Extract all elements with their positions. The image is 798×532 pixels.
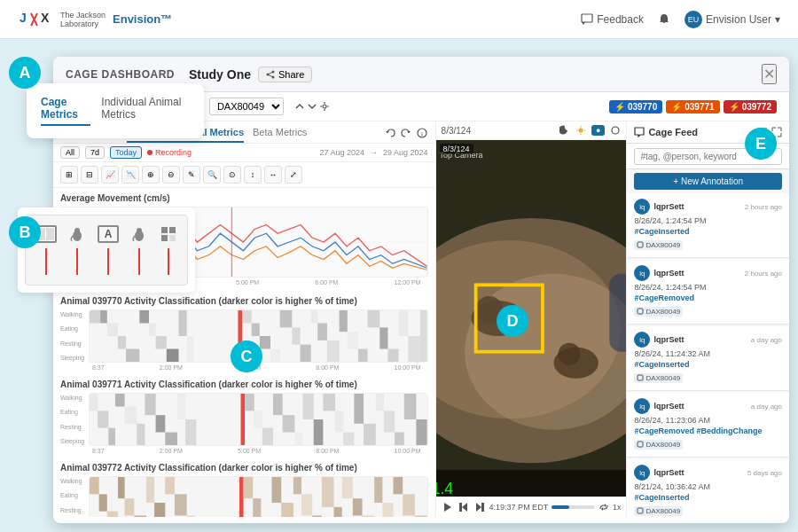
svg-rect-45 (348, 332, 358, 348)
svg-rect-131 (459, 503, 462, 512)
share-button[interactable]: Share (258, 66, 312, 82)
svg-rect-72 (303, 394, 314, 419)
svg-rect-90 (134, 516, 146, 518)
video-progress-bar[interactable] (552, 505, 595, 509)
activity-y-labels-1: Walking Eating Resting Sleeping (60, 309, 85, 363)
feedback-button[interactable]: Feedback (581, 13, 644, 26)
toolbar-btn-3[interactable]: 📈 (101, 166, 119, 184)
svg-rect-110 (374, 477, 382, 503)
video-toolbar: 8/3/124 ● (436, 121, 627, 140)
svg-rect-59 (137, 424, 145, 445)
svg-rect-50 (399, 310, 409, 336)
svg-point-6 (137, 228, 142, 233)
activity-chart-3 (89, 476, 428, 517)
toolbar-btn-7[interactable]: ✎ (183, 166, 200, 184)
cage-select[interactable]: DAX80049 (209, 98, 284, 115)
chevron-down-icon[interactable] (307, 101, 317, 112)
toolbar-btn-9[interactable]: ⊙ (223, 166, 241, 184)
video-date: 8/3/124 (442, 126, 471, 136)
avatar: lq (634, 265, 650, 281)
date-all-btn[interactable]: All (60, 146, 80, 159)
mtab-beta[interactable]: Beta Metrics (253, 127, 307, 143)
toolbar-btn-1[interactable]: ⊞ (60, 166, 78, 184)
nav-right-area: Feedback EU Envision User ▾ (581, 11, 780, 28)
toolbar-btn-11[interactable]: ↔ (264, 166, 282, 184)
feed-item: lq lqprSett a day ago 8/26/24, 11:24:32 … (627, 326, 789, 391)
moon-icon[interactable] (559, 125, 570, 136)
cage-diagram-inner: A (25, 215, 188, 286)
feed-item: lq lqprSett 2 hours ago 8/26/24, 1:24:54… (627, 193, 789, 258)
user-menu-button[interactable]: EU Envision User ▾ (685, 11, 780, 28)
svg-rect-55 (98, 411, 108, 427)
new-annotation-button[interactable]: + New Annotation (634, 173, 782, 190)
toolbar-btn-5[interactable]: ⊕ (142, 166, 160, 184)
loop-icon[interactable] (598, 502, 609, 512)
svg-rect-137 (638, 442, 643, 447)
svg-rect-98 (253, 498, 261, 517)
red-line-indicator-5 (168, 248, 169, 275)
svg-marker-129 (444, 503, 451, 512)
tab-individual-animal-metrics[interactable]: Individual Animal Metrics (101, 96, 190, 126)
activity-y-labels-2: Walking Eating Resting Sleeping (60, 393, 85, 446)
tabs-card: Cage Metrics Individual Animal Metrics (27, 83, 204, 138)
svg-rect-97 (244, 477, 254, 498)
svg-rect-7 (161, 227, 168, 233)
svg-rect-81 (395, 433, 404, 446)
svg-rect-75 (335, 411, 343, 432)
forward-button[interactable] (473, 501, 486, 513)
circle-icon[interactable] (610, 125, 621, 136)
recording-on-badge: ● (591, 125, 605, 136)
avg-movement-title: Average Movement (cm/s) (60, 193, 428, 203)
toolbar-btn-4[interactable]: 📉 (121, 166, 139, 184)
toolbar-btn-12[interactable]: ⤢ (285, 166, 302, 184)
cage-badge: DAX80049 (634, 240, 683, 250)
red-line-indicator-4 (138, 248, 140, 275)
play-button[interactable] (442, 501, 454, 513)
svg-rect-67 (254, 411, 262, 427)
avatar: lq (634, 465, 650, 481)
logo: J X The Jackson Laboratory Envision™ (18, 6, 172, 33)
toolbar-btn-10[interactable]: ↕ (244, 166, 262, 184)
svg-rect-28 (149, 324, 156, 337)
redo-icon[interactable] (400, 127, 412, 139)
svg-point-4 (74, 228, 80, 233)
svg-rect-41 (311, 310, 318, 324)
svg-rect-85 (90, 477, 99, 494)
toolbar-btn-6[interactable]: ⊖ (162, 166, 180, 184)
activity-title-3: Animal 039772 Activity Classification (d… (60, 463, 428, 473)
svg-rect-10 (169, 235, 176, 241)
svg-point-14 (323, 105, 326, 108)
svg-rect-44 (340, 310, 348, 332)
svg-rect-89 (125, 498, 135, 515)
toolbar-btn-2[interactable]: ⊟ (81, 166, 98, 184)
tab-cage-metrics[interactable]: Cage Metrics (41, 96, 90, 126)
svg-rect-136 (638, 375, 643, 380)
info-icon[interactable]: i (416, 127, 428, 139)
svg-marker-130 (462, 503, 467, 512)
date-today-btn[interactable]: Today (110, 146, 142, 159)
svg-rect-82 (404, 394, 417, 419)
settings-icon[interactable] (319, 101, 330, 112)
svg-rect-43 (327, 340, 340, 362)
user-avatar: EU (685, 11, 702, 28)
time-labels-2: 8:37 2:00 PM 5:00 PM 8:00 PM 10:00 PM (60, 446, 428, 456)
date-7d-btn[interactable]: 7d (85, 146, 105, 159)
svg-text:i: i (421, 130, 423, 138)
feed-item-header: lq lqprSett a day ago (634, 398, 782, 414)
notifications-button[interactable] (658, 13, 670, 26)
svg-rect-73 (314, 419, 324, 445)
toolbar-btn-8[interactable]: 🔍 (203, 166, 221, 184)
close-button[interactable]: ✕ (762, 64, 777, 84)
chevron-up-icon[interactable] (294, 101, 305, 112)
svg-rect-79 (376, 394, 384, 411)
svg-rect-71 (294, 433, 302, 446)
recording-dot (147, 150, 153, 155)
sun-icon[interactable] (575, 125, 586, 136)
metrics-toolbar: ⊞ ⊟ 📈 📉 ⊕ ⊖ ✎ 🔍 ⊙ ↕ ↔ ⤢ (53, 162, 435, 188)
svg-marker-132 (476, 503, 481, 512)
undo-icon[interactable] (384, 127, 396, 139)
feed-icon (634, 127, 645, 137)
animal-badges: ⚡ 039770 ⚡ 039771 ⚡ 039772 (609, 100, 777, 113)
dashboard-title: CAGE DASHBOARD (66, 68, 175, 81)
rewind-button[interactable] (458, 501, 470, 513)
